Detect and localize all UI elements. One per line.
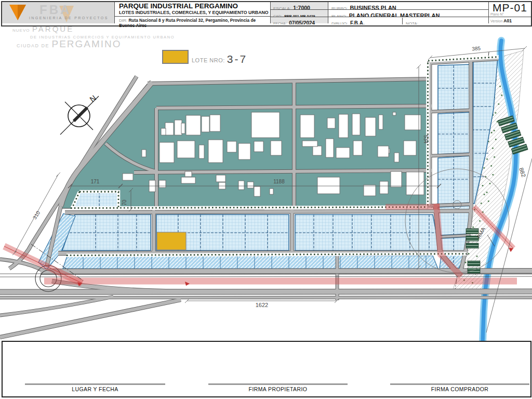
scale-row: ESCALA: 1:7000	[271, 2, 328, 10]
dim-882: 882	[518, 167, 527, 178]
signature-caption: FIRMA PROPIETARIO	[208, 385, 348, 392]
sheet-number-cell: MP-01 Plano N° Version A01	[488, 2, 531, 23]
company-logo-cell: FBA INGENIERIA DE PROYECTOS	[2, 2, 114, 23]
project-title-cell: PARQUE INDUSTRIAL PERGAMINO LOTES INDUST…	[114, 2, 270, 23]
rubro-row: RUBRO: BUSINESS PLAN	[328, 2, 488, 10]
dim-1188: 1188	[273, 179, 285, 184]
date-row: FECHA: 07/05/2024	[271, 17, 328, 24]
lot-legend: LOTE NRO: 3-7	[162, 50, 247, 64]
nota-label: NOTA:	[406, 21, 418, 24]
frontage-division-lines	[83, 256, 426, 269]
watermark-heading: NUEVO PARQUE DE INDUSTRIAS COMERCIOS Y E…	[12, 25, 175, 49]
north-compass: N	[60, 94, 99, 135]
legend-lot-number: 3-7	[227, 55, 247, 64]
lot-row-c	[63, 256, 438, 269]
rubro-value: BUSINESS PLAN	[350, 5, 396, 10]
nota-field: NOTA:	[402, 18, 488, 24]
dibujo-value: F.B.A.	[350, 20, 365, 24]
dim-1622: 1622	[256, 302, 268, 308]
signature-caption: LUGAR Y FECHA	[25, 385, 165, 392]
fecha-value: 07/05/2024	[289, 20, 315, 24]
lot-strip-cell-3	[438, 156, 470, 204]
dim-534: 534	[423, 135, 429, 144]
masterplan-sheet: 171 1188 70 310 385 534 882 1622 RMA N	[0, 0, 532, 399]
highlighted-lot-3-7	[157, 232, 186, 250]
ghost-pergamino: PERGAMINO	[51, 38, 121, 49]
lot-strip-cell-1	[438, 64, 470, 110]
plano-value: PLANO GENERAL MASTERPLAN	[349, 12, 440, 18]
signature-field-buyer: FIRMA COMPRADOR	[390, 383, 529, 392]
signature-field-owner: FIRMA PROPIETARIO	[208, 383, 348, 392]
signature-caption: FIRMA COMPRADOR	[390, 385, 529, 392]
title-block: FBA INGENIERIA DE PROYECTOS PARQUE INDUS…	[1, 1, 532, 26]
sheet-number: MP-01	[489, 2, 531, 13]
ghost-ciudad-de: CIUDAD DE	[17, 43, 49, 48]
dibujo-field: DIBUJO: F.B.A.	[331, 18, 402, 24]
dim-310: 310	[32, 210, 42, 220]
plano-row: PLANO: PLANO GENERAL MASTERPLAN	[328, 10, 488, 18]
ghost-nuevo: NUEVO	[12, 28, 30, 33]
ghost-parque: PARQUE	[32, 24, 74, 33]
company-tagline: INGENIERIA DE PROYECTOS	[29, 16, 109, 20]
company-name-ghost: FBA	[39, 3, 71, 17]
escala-value: 1:7000	[293, 5, 310, 10]
rubro-plano-cell: RUBRO: BUSINESS PLAN PLANO: PLANO GENERA…	[328, 2, 488, 23]
version-label: Version	[490, 19, 502, 23]
legend-color-swatch	[162, 50, 189, 64]
project-subtitle: LOTES INDUSTRIALES, COMERCIALES, Y EQUIP…	[115, 10, 270, 15]
dim-171: 171	[91, 179, 100, 184]
cad-row: CAD: PPR-001-MP-0429	[271, 10, 328, 18]
scale-cad-date-cell: ESCALA: 1:7000 CAD: PPR-001-MP-0429 FECH…	[270, 2, 328, 23]
version-value: A01	[503, 18, 512, 23]
version-row: Version A01	[489, 17, 531, 23]
dibujo-label: DIBUJO:	[331, 21, 348, 24]
signature-block: LUGAR Y FECHA FIRMA PROPIETARIO FIRMA CO…	[2, 341, 531, 397]
dir-label: DIR:	[119, 18, 127, 23]
lot-strip-cell-2	[438, 112, 470, 154]
signature-field-place-date: LUGAR Y FECHA	[25, 383, 165, 392]
fecha-label: FECHA:	[273, 22, 287, 24]
dim-385: 385	[472, 45, 481, 52]
dim-70: 70	[122, 200, 127, 206]
project-title: PARQUE INDUSTRIAL PERGAMINO	[115, 2, 270, 10]
legend-label: LOTE NRO:	[192, 57, 225, 63]
masterplan-drawing: 171 1188 70 310 385 534 882 1622 RMA N	[0, 0, 532, 399]
dibujo-nota-row: DIBUJO: F.B.A. NOTA:	[328, 17, 488, 24]
north-label: N	[88, 94, 98, 104]
